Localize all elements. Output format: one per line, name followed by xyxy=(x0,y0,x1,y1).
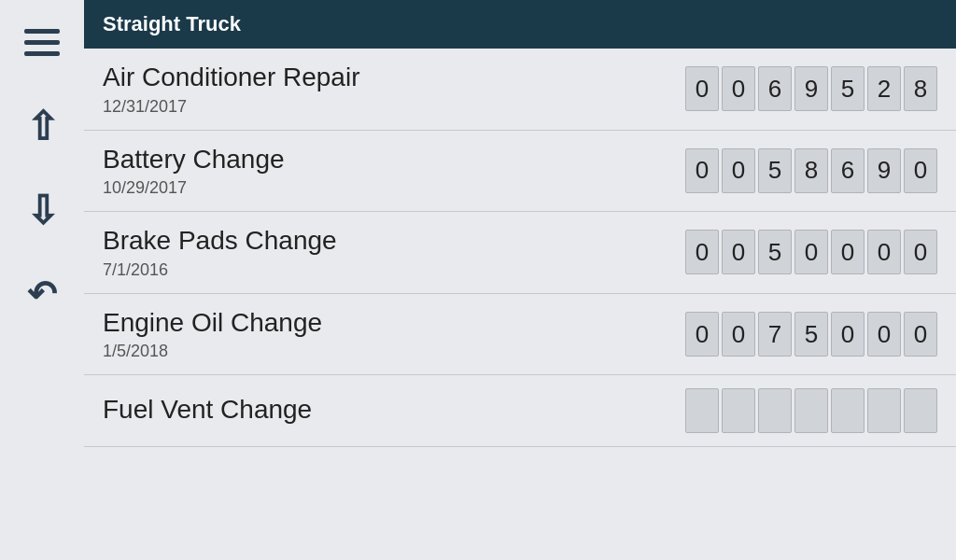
undo-button[interactable]: ↶ xyxy=(0,252,84,336)
odometer-digit xyxy=(904,388,937,433)
odometer: 0075000 xyxy=(685,312,937,357)
odometer-digit: 9 xyxy=(867,148,901,193)
odometer-digit: 0 xyxy=(722,230,755,274)
item-name: Fuel Vent Change xyxy=(103,394,667,426)
odometer-digit: 5 xyxy=(831,66,865,111)
odometer-digit: 0 xyxy=(904,312,937,357)
list-item[interactable]: Air Conditioner Repair12/31/20170069528 xyxy=(84,49,956,131)
odometer-digit: 5 xyxy=(758,230,792,274)
up-arrow-button[interactable]: ⇧ xyxy=(0,84,84,168)
item-name: Air Conditioner Repair xyxy=(103,62,667,93)
main-content: Straight Truck Air Conditioner Repair12/… xyxy=(84,0,956,560)
odometer-digit: 0 xyxy=(904,148,937,193)
list-item[interactable]: Engine Oil Change1/5/20180075000 xyxy=(84,294,956,376)
odometer-digit: 0 xyxy=(794,230,828,274)
odometer-digit: 2 xyxy=(867,66,901,111)
odometer-digit: 6 xyxy=(831,148,865,193)
odometer-digit: 8 xyxy=(904,66,937,111)
item-date: 12/31/2017 xyxy=(103,97,667,117)
odometer: 0050000 xyxy=(685,230,937,274)
odometer-digit: 0 xyxy=(685,230,719,274)
odometer: 0058690 xyxy=(685,148,937,193)
odometer-digit xyxy=(685,388,719,433)
item-date: 1/5/2018 xyxy=(103,342,667,361)
odometer-digit: 0 xyxy=(904,230,937,274)
odometer-digit xyxy=(794,388,828,433)
odometer-digit: 0 xyxy=(867,312,901,357)
hamburger-icon xyxy=(24,29,60,56)
list-item[interactable]: Brake Pads Change7/1/20160050000 xyxy=(84,212,956,294)
item-date: 10/29/2017 xyxy=(103,178,667,198)
odometer-digit: 0 xyxy=(831,230,865,274)
odometer-digit xyxy=(831,388,865,433)
odometer-digit: 0 xyxy=(685,312,719,357)
odometer-digit xyxy=(758,388,792,433)
odometer: 0069528 xyxy=(685,66,937,111)
odometer-digit: 7 xyxy=(758,312,792,357)
odometer-digit: 0 xyxy=(722,66,755,111)
sidebar: ⇧ ⇩ ↶ xyxy=(0,0,84,560)
odometer-digit: 9 xyxy=(794,66,828,111)
list-item[interactable]: Battery Change10/29/20170058690 xyxy=(84,131,956,213)
odometer-digit: 8 xyxy=(794,148,828,193)
odometer-digit: 0 xyxy=(722,148,755,193)
item-name: Brake Pads Change xyxy=(103,225,667,257)
odometer-digit: 0 xyxy=(831,312,865,357)
item-name: Engine Oil Change xyxy=(103,307,667,339)
down-arrow-button[interactable]: ⇩ xyxy=(0,168,84,252)
odometer-digit: 5 xyxy=(794,312,828,357)
maintenance-list: Air Conditioner Repair12/31/20170069528B… xyxy=(84,49,956,560)
up-arrow-icon: ⇧ xyxy=(26,104,59,149)
page-title: Straight Truck xyxy=(103,12,241,36)
odometer-digit: 5 xyxy=(758,148,792,193)
odometer-digit: 0 xyxy=(867,230,901,274)
odometer-digit: 0 xyxy=(685,66,719,111)
menu-button[interactable] xyxy=(0,0,84,84)
down-arrow-icon: ⇩ xyxy=(26,188,59,233)
odometer-digit xyxy=(867,388,901,433)
undo-icon: ↶ xyxy=(27,273,57,315)
odometer-digit: 0 xyxy=(722,312,755,357)
list-item[interactable]: Fuel Vent Change xyxy=(84,375,956,447)
item-name: Battery Change xyxy=(103,144,667,175)
odometer-digit xyxy=(722,388,755,433)
odometer xyxy=(685,388,937,433)
item-date: 7/1/2016 xyxy=(103,260,667,280)
odometer-digit: 6 xyxy=(758,66,792,111)
header: Straight Truck xyxy=(84,0,956,49)
odometer-digit: 0 xyxy=(685,148,719,193)
